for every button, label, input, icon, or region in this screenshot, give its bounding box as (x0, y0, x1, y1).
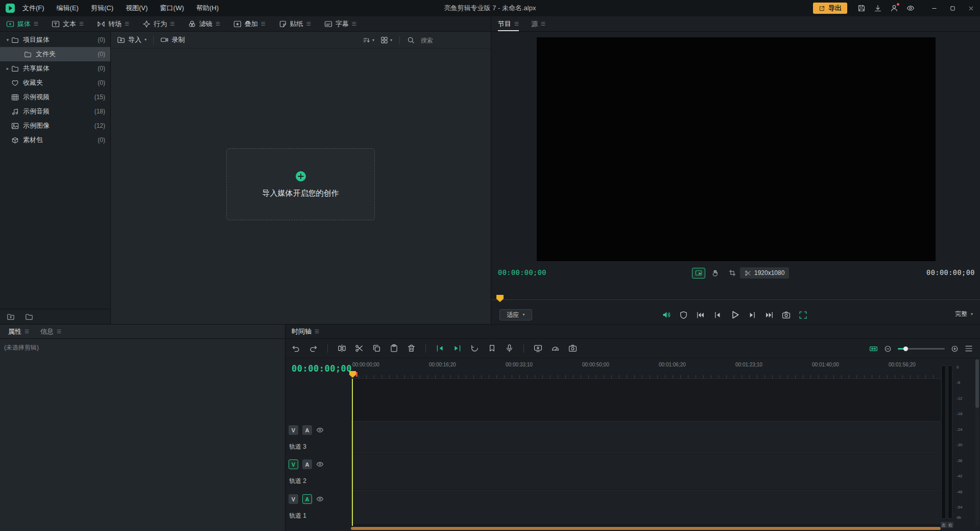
voiceover-button[interactable] (505, 344, 514, 353)
track-name[interactable]: 轨道 2 (289, 477, 306, 486)
tab-menu-icon[interactable]: ☰ (315, 329, 319, 334)
track-2-lane[interactable] (351, 455, 941, 490)
skip-to-start-button[interactable] (696, 311, 705, 319)
delete-button[interactable] (407, 344, 416, 353)
tab-transitions[interactable]: 转场 ☰ (97, 16, 129, 31)
save-icon[interactable] (857, 4, 866, 12)
zoom-mode-select[interactable]: 适应 ▾ (499, 309, 532, 320)
tab-properties[interactable]: 属性 ☰ (8, 327, 29, 336)
new-folder-icon[interactable] (7, 313, 15, 321)
lock-icon[interactable] (330, 495, 338, 503)
tab-menu-icon[interactable]: ☰ (541, 21, 545, 27)
tab-stickers[interactable]: 贴纸 ☰ (279, 16, 311, 31)
track-1-lane[interactable] (351, 490, 941, 525)
plus-circle-icon[interactable] (295, 171, 306, 182)
zoom-in-button[interactable] (951, 345, 959, 353)
sidebar-item-sample-videos[interactable]: 示例视频 (15) (0, 90, 110, 104)
tab-source[interactable]: 源 ☰ (531, 16, 545, 31)
tab-subtitles[interactable]: 字幕 ☰ (324, 16, 356, 31)
crop-button[interactable] (726, 268, 739, 279)
copy-button[interactable] (372, 344, 381, 353)
menu-help[interactable]: 帮助(H) (196, 4, 219, 13)
tab-program[interactable]: 节目 ☰ (498, 16, 519, 31)
video-viewport[interactable] (537, 37, 936, 261)
timeline-vertical-scrollbar[interactable] (975, 359, 979, 526)
track-video-toggle[interactable]: V (289, 459, 298, 469)
tab-menu-icon[interactable]: ☰ (261, 21, 266, 27)
render-preview-button[interactable] (470, 344, 479, 353)
menu-clip[interactable]: 剪辑(C) (91, 4, 113, 13)
import-button[interactable]: 导入 ▾ (117, 35, 147, 44)
minimize-button[interactable] (925, 0, 943, 16)
redo-button[interactable] (309, 344, 318, 353)
sidebar-item-shared-media[interactable]: ▸ 共享媒体 (0) (0, 61, 110, 76)
paste-button[interactable] (390, 344, 398, 353)
screen-record-button[interactable] (534, 344, 542, 353)
previous-edit-point-button[interactable] (436, 344, 444, 353)
previous-frame-button[interactable] (713, 311, 722, 319)
next-frame-button[interactable] (748, 311, 757, 319)
timeline-ruler[interactable]: 00:00:00;00 00:00:16;20 00:00:33;10 00:0… (351, 358, 941, 379)
tab-media[interactable]: 媒体 ☰ (6, 16, 38, 31)
menu-window[interactable]: 窗口(W) (160, 4, 184, 13)
marker-button[interactable] (488, 344, 496, 353)
track-name[interactable]: 轨道 3 (289, 443, 306, 451)
caret-right-icon[interactable]: ▸ (4, 66, 11, 71)
track-height-button[interactable] (965, 344, 973, 353)
export-button[interactable]: 导出 (813, 3, 847, 14)
sidebar-item-sample-images[interactable]: 示例图像 (12) (0, 119, 110, 133)
tab-menu-icon[interactable]: ☰ (34, 21, 38, 27)
tab-filters[interactable]: 滤镜 ☰ (188, 16, 220, 31)
menu-edit[interactable]: 编辑(E) (57, 4, 79, 13)
zoom-slider-handle[interactable] (903, 347, 908, 351)
timeline-horizontal-scrollbar[interactable] (351, 527, 941, 530)
track-video-toggle[interactable]: V (289, 494, 298, 504)
next-edit-point-button[interactable] (453, 344, 462, 353)
tab-menu-icon[interactable]: ☰ (216, 21, 220, 27)
tab-info[interactable]: 信息 ☰ (40, 327, 61, 336)
tab-text[interactable]: 文本 ☰ (52, 16, 84, 31)
snapshot-button[interactable] (568, 344, 577, 353)
sidebar-item-favorites[interactable]: 收藏夹 (0) (0, 76, 110, 90)
tab-behaviors[interactable]: 行为 ☰ (142, 16, 175, 31)
pan-button[interactable] (709, 268, 722, 279)
eye-icon[interactable] (316, 495, 324, 503)
sidebar-item-asset-packs[interactable]: 素材包 (0) (0, 133, 110, 147)
import-media-dropzone[interactable]: 导入媒体开启您的创作 (226, 148, 375, 220)
close-button[interactable] (962, 0, 980, 16)
timeline-tracks-area[interactable] (351, 379, 941, 531)
eye-icon[interactable] (906, 4, 915, 12)
lock-icon[interactable] (330, 460, 338, 468)
menu-file[interactable]: 文件(F) (22, 4, 44, 13)
zoom-out-button[interactable] (884, 345, 892, 353)
sort-button[interactable]: ▾ (363, 36, 374, 44)
resolution-badge[interactable]: 1920x1080 (740, 267, 789, 279)
maximize-button[interactable] (943, 0, 962, 16)
shield-icon[interactable] (679, 311, 688, 319)
folder-icon[interactable] (25, 313, 33, 321)
tab-menu-icon[interactable]: ☰ (306, 21, 311, 27)
scrubber-handle[interactable] (496, 295, 504, 302)
tab-menu-icon[interactable]: ☰ (25, 329, 29, 334)
sidebar-item-sample-audio[interactable]: 示例音频 (18) (0, 104, 110, 119)
snapshot-button[interactable] (782, 311, 791, 319)
undo-button[interactable] (292, 344, 300, 353)
lock-icon[interactable] (330, 426, 338, 434)
fit-timeline-button[interactable] (869, 344, 878, 353)
track-video-toggle[interactable]: V (289, 425, 298, 435)
tab-overlays[interactable]: 叠加 ☰ (233, 16, 266, 31)
download-icon[interactable] (874, 4, 882, 12)
account-icon[interactable] (890, 4, 898, 12)
scrollbar-thumb[interactable] (975, 359, 979, 408)
tab-menu-icon[interactable]: ☰ (79, 21, 84, 27)
speed-button[interactable] (551, 344, 560, 353)
play-button[interactable] (730, 310, 740, 320)
tab-menu-icon[interactable]: ☰ (170, 21, 175, 27)
eye-icon[interactable] (316, 426, 324, 434)
track-name[interactable]: 轨道 1 (289, 512, 306, 520)
tab-menu-icon[interactable]: ☰ (514, 21, 519, 27)
track-audio-toggle[interactable]: A (302, 459, 312, 469)
zoom-slider[interactable] (898, 339, 945, 358)
menu-view[interactable]: 视图(V) (126, 4, 148, 13)
track-audio-toggle[interactable]: A (302, 494, 312, 504)
